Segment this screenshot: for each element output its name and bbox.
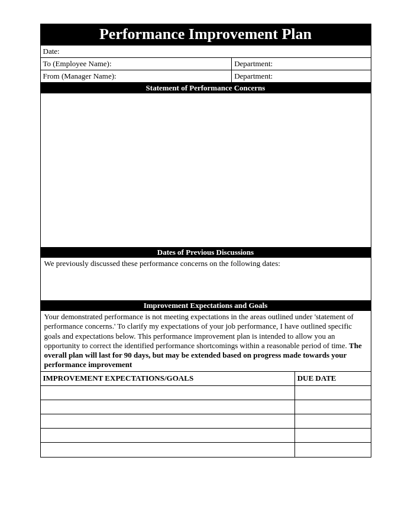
goal-cell [41, 386, 295, 400]
to-row: To (Employee Name): Department: [41, 58, 371, 70]
due-date-cell [295, 443, 370, 457]
goals-intro-regular: Your demonstrated performance is not mee… [44, 312, 354, 350]
goal-cell [41, 400, 295, 414]
due-date-cell [295, 400, 370, 414]
goals-col1-header: IMPROVEMENT EXPECTATIONS/GOALS [41, 372, 295, 386]
table-row [41, 443, 371, 457]
from-row: From (Manager Name): Department: [41, 70, 371, 83]
table-row [41, 386, 371, 400]
date-label: Date: [41, 46, 371, 57]
table-row [41, 429, 371, 443]
document-page: Performance Improvement Plan Date: To (E… [40, 24, 371, 458]
date-row: Date: [41, 46, 371, 58]
goal-cell [41, 443, 295, 457]
to-label: To (Employee Name): [41, 58, 232, 70]
goal-cell [41, 414, 295, 429]
table-row [41, 414, 371, 429]
goal-cell [41, 429, 295, 443]
to-dept-label: Department: [232, 58, 370, 70]
goals-col2-header: DUE DATE [295, 372, 370, 386]
concerns-area [41, 93, 371, 247]
due-date-cell [295, 386, 370, 400]
concerns-header: Statement of Performance Concerns [41, 83, 371, 93]
due-date-cell [295, 429, 370, 443]
table-row [41, 400, 371, 414]
prev-discussions-text: We previously discussed these performanc… [41, 258, 371, 300]
from-label: From (Manager Name): [41, 70, 232, 82]
goals-intro: Your demonstrated performance is not mee… [41, 311, 371, 372]
from-dept-label: Department: [232, 70, 370, 82]
page-title: Performance Improvement Plan [41, 24, 371, 46]
goals-table: IMPROVEMENT EXPECTATIONS/GOALS DUE DATE [41, 372, 371, 457]
goals-table-header-row: IMPROVEMENT EXPECTATIONS/GOALS DUE DATE [41, 372, 371, 386]
due-date-cell [295, 414, 370, 429]
goals-header: Improvement Expectations and Goals [41, 300, 371, 311]
prev-discussions-header: Dates of Previous Discussions [41, 247, 371, 258]
